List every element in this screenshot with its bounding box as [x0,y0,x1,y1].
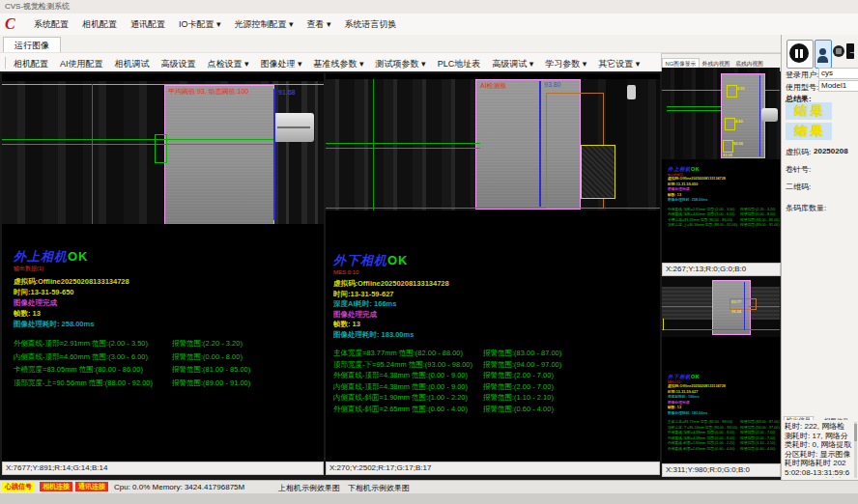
menu-language-switch[interactable]: 系统语言切换 [338,14,404,35]
bottom-camera-sample-link[interactable]: 下相机示例效果图 [348,483,410,493]
measure-green-line [667,106,721,107]
login-user-button[interactable] [815,40,832,69]
measure-value: 内侧直线-顶部=4.60mm 范围:(3.00 - 6.00) [14,352,148,361]
thumb-label: 83.05 [723,153,732,157]
tab-bottom-defect[interactable]: 底残内视图 [732,59,766,68]
thumbnail-top-overlay: 外上相机OK 输出数据(1) 虚拟码:Offline20250208133134… [668,164,783,228]
time-line: 时间:13-31-59-650 [14,287,323,297]
tool-plc-address[interactable]: PLC地址表 [432,54,487,73]
measure-value: 顶部宽度-上=90.56mm 范围:(88.00 - 92.00) [14,378,153,387]
camera-top-coord-readout: X:7677;Y:891;R:14;G:14;B:14 [2,462,324,475]
exit-button[interactable]: → [846,43,858,65]
measure-row: 内侧直线-斜面=1.90mm 范围:(1.00 - 2.20)报警范围:(1.1… [333,392,658,404]
window-titlebar[interactable]: CVS-视觉检测系统 [0,0,858,14]
tool-ai-config[interactable]: AI使用配置 [54,54,109,73]
camera-top-result: OK [68,249,89,264]
tool-baseline-param[interactable]: 基准线参数 ▾ [308,54,370,73]
sub-toolbar: 相机配置AI使用配置相机调试高级设置点检设置 ▾图像处理 ▾基准线参数 ▾测试项… [0,52,661,72]
pause-icon [789,43,809,63]
camera-bottom-image[interactable]: AI检测板 93.80 [326,79,660,210]
camera-bottom-title: 外下相机 [668,374,691,379]
connector-part [761,108,778,122]
measure-value: 内侧直线-斜面=1.90mm 范围:(1.00 - 2.20) [333,393,468,402]
app-window: CVS-视觉检测系统 C 系统配置相机配置通讯配置IO卡配置 ▾光源控制配置 ▾… [0,0,858,504]
tool-advanced-set[interactable]: 高级设置 [156,54,202,73]
time-line: 时间:13-31-59-627 [333,290,658,300]
thumbnail-top-panel: 2.91 4.60 90.56 83.05 外上相机OK 输出数据(1) 虚拟码… [662,68,780,263]
frames-line: 帧数: 13 [333,320,658,330]
log-scrollbar-thumb[interactable] [854,424,857,441]
thumbnail-tabs: NG图像显示外残内视图底残内视图 [661,54,782,68]
tool-image-process[interactable]: 图像处理 ▾ [255,54,308,73]
connector-part [273,113,314,142]
tool-learn-param[interactable]: 学习参数 ▾ [539,54,592,73]
tab-output-info[interactable]: 输出信息 [784,416,814,420]
tool-camera-config[interactable]: 相机配置 [8,54,54,73]
thumbnail-bottom-image[interactable]: 83.77 95.24 [662,277,780,337]
done-line: 图像处理完成 [14,297,323,308]
menu-system-config[interactable]: 系统配置 [27,14,75,35]
alarm-range: 报警范围:(89.00 - 91.00) [172,377,250,390]
alarm-range: 报警范围:(81.00 - 85.00) [172,363,250,377]
operator-button[interactable] [832,42,845,65]
tab-strip [0,35,858,53]
pause-button[interactable] [786,40,814,69]
thumb-label: 4.60 [735,119,743,124]
camera-top-title: 外上相机 [14,249,68,264]
tab-alarm-info[interactable]: 报警信息 [822,417,851,420]
tab-run-image[interactable]: 运行图像 [3,37,61,53]
tool-camera-debug[interactable]: 相机调试 [109,54,156,73]
tab-outer-defect[interactable]: 外残内视图 [700,59,733,68]
menu-view[interactable]: 查看 ▾ [300,14,338,35]
measure-row: 内侧直线-顶部=4.38mm 范围:(0.00 - 9.00)报警范围:(2.0… [333,381,658,393]
measure-blue-line [273,89,275,220]
done-line: 图像处理完成 [333,310,658,321]
tool-testitem-param[interactable]: 测试项参数 ▾ [370,54,432,73]
menu-io-config[interactable]: IO卡配置 ▾ [172,14,228,35]
log-scrollbar[interactable] [854,422,857,478]
menu-camera-config[interactable]: 相机配置 [75,14,124,35]
tool-other-set[interactable]: 其它设置 ▾ [592,54,645,73]
measure-value: 卡槽宽度=83.05mm 范围:(80.00 - 86.00) [14,365,143,374]
barcode-count-label: 条码库数量: [786,203,826,213]
cpu-memory-readout: Cpu: 0.0% Memory: 3424.41796875M [114,483,244,491]
measure-row: 顶部宽度-上=90.56mm 范围:(88.00 - 92.00)报警范围:(8… [14,377,323,390]
ai-board-annotation: AI检测板 [480,81,507,91]
camera-top-title-row: 外上相机OK [14,247,323,266]
thumbnail-top-image[interactable]: 2.91 4.60 90.56 83.05 [662,68,780,159]
blue-measure-value: 91.68 [278,89,296,96]
virtual-code-value: 20250208 [814,147,848,155]
camera-top-image[interactable]: 平均阈值:93, 动态阈值:100 91.68 [2,81,324,224]
operator-icon-inner [836,48,842,54]
camera-bottom-result: OK [387,253,409,267]
measure-blue-line [539,81,541,207]
virtual-code-label: 虚拟码: [786,147,811,157]
measure-green-line [2,144,273,145]
camera-link-indicator: 相机连接 [40,482,72,491]
menu-comm-config[interactable]: 通讯配置 [124,14,172,35]
thumb-label: 90.56 [733,141,743,146]
camera-top-title: 外上相机 [668,166,691,172]
menu-light-config[interactable]: 光源控制配置 ▾ [228,14,300,35]
user-icon [815,44,830,64]
tool-advanced-debug[interactable]: 高级调试 ▾ [486,54,539,73]
tab-ng-image[interactable]: NG图像显示 [662,58,700,68]
camera-bottom-panel: AI检测板 93.80 外下相机OK MES:0:10 虚拟码:Offline2… [326,73,660,462]
top-camera-sample-link[interactable]: 上相机示例效果图 [278,483,340,493]
product-region-box: 平均阈值:93, 动态阈值:100 [164,85,274,224]
thumbnail-bottom-coord-readout: X:311;Y:980;R:0;G:0;B:0 [662,463,781,477]
log-text[interactable]: 耗时: 222, 网络检测耗时: 17, 网络分类耗时: 0, 网络提取分区耗时… [785,422,852,478]
defect-yellow-box [725,118,735,130]
measure-green-line [662,306,712,307]
alarm-range: 报警范围:(0.60 - 4.00) [483,404,554,415]
tool-spotcheck-set[interactable]: 点检设置 ▾ [202,54,255,73]
barcode-line: 虚拟码:Offline20250208133134728 [14,276,323,287]
needle-number-label: 卷针号: [786,164,811,175]
model-value[interactable]: Model1 [818,80,858,92]
toolbar-separator [5,57,6,69]
baseline-yellow-line [2,84,324,85]
login-user-value[interactable]: cys [818,68,858,79]
measure-green-line [326,148,480,149]
tab-yellow-box [581,145,615,199]
thumbnail-top-coord-readout: X:267;Y:13;R:0;G:0;B:0 [662,263,781,276]
